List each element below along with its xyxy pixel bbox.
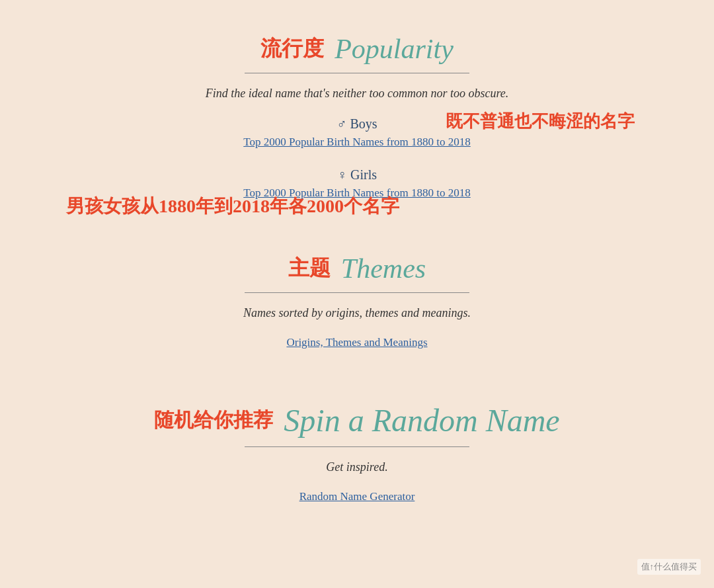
themes-divider	[245, 292, 469, 293]
popularity-divider	[245, 73, 469, 73]
annotation-left: 男孩女孩从1880年到2018年各2000个名字	[66, 194, 399, 219]
spin-subtitle: Get inspired.	[53, 460, 661, 474]
spin-divider	[245, 446, 469, 447]
popularity-title-chinese: 流行度	[260, 34, 324, 63]
themes-link[interactable]: Origins, Themes and Meanings	[286, 336, 427, 349]
watermark: 值↑什么值得买	[637, 559, 701, 575]
popularity-subtitle: Find the ideal name that's neither too c…	[53, 87, 661, 101]
themes-title-chinese: 主题	[288, 254, 331, 283]
girls-label: ♀ Girls	[53, 167, 661, 183]
spin-link[interactable]: Random Name Generator	[299, 490, 415, 503]
popularity-title: 流行度 Popularity	[53, 33, 661, 65]
spin-section: 随机给你推荐 Spin a Random Name Get inspired. …	[53, 402, 661, 517]
boys-link[interactable]: Top 2000 Popular Birth Names from 1880 t…	[243, 136, 471, 149]
spin-title-chinese: 随机给你推荐	[154, 407, 273, 434]
popularity-section: 流行度 Popularity Find the ideal name that'…	[53, 26, 661, 213]
spin-title-english: Spin a Random Name	[284, 402, 559, 439]
boys-girls-container: 既不普通也不晦涩的名字 ♂ Boys Top 2000 Popular Birt…	[53, 116, 661, 213]
spin-title: 随机给你推荐 Spin a Random Name	[53, 402, 661, 439]
themes-title: 主题 Themes	[53, 253, 661, 284]
themes-subtitle: Names sorted by origins, themes and mean…	[53, 306, 661, 320]
boys-label: ♂ Boys	[53, 116, 661, 132]
themes-title-english: Themes	[341, 253, 426, 284]
themes-section: 主题 Themes Names sorted by origins, theme…	[53, 253, 661, 362]
popularity-title-english: Popularity	[335, 33, 454, 65]
page-container: 流行度 Popularity Find the ideal name that'…	[0, 0, 714, 569]
